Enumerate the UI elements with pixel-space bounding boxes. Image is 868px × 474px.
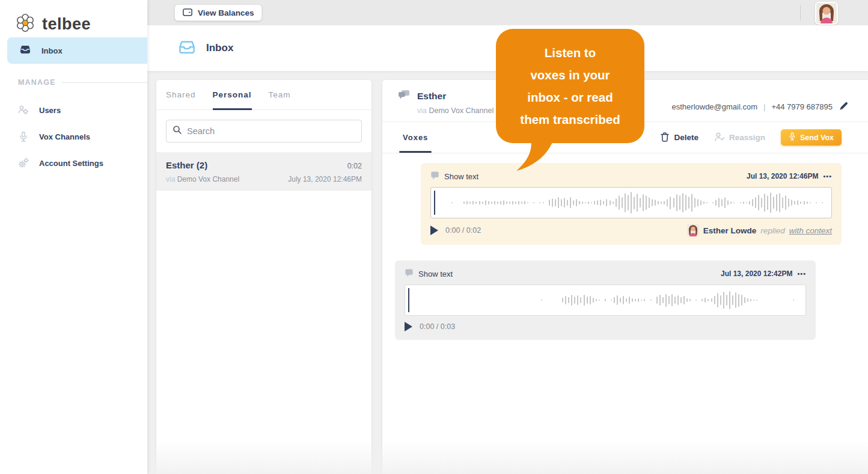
- app-window: View Balances Inbox: [0, 0, 868, 474]
- delete-label: Delete: [674, 133, 698, 142]
- sidebar: telbee Inbox MANAGE: [0, 0, 147, 474]
- conversation-timestamp: July 13, 2020 12:46PM: [288, 175, 362, 183]
- send-vox-label: Send Vox: [800, 134, 834, 142]
- contact-details: estherlowde@gmail.com | +44 7979 687895: [672, 92, 849, 122]
- play-button[interactable]: [430, 226, 438, 235]
- show-text-toggle[interactable]: Show text: [405, 268, 453, 279]
- waveform: [445, 188, 823, 218]
- vox-message-card: Show text Jul 13, 2020 12:46PM ••• 0:00 …: [421, 163, 842, 245]
- sidebar-item-label: Vox Channels: [39, 132, 90, 141]
- tab-shared[interactable]: Shared: [166, 90, 196, 110]
- brand-name: telbee: [42, 15, 91, 34]
- brand-logo[interactable]: telbee: [0, 0, 147, 37]
- conversation-channel: via Demo Vox Channel: [166, 175, 239, 183]
- send-vox-button[interactable]: Send Vox: [781, 129, 842, 146]
- search-box[interactable]: [166, 120, 362, 143]
- conversation-list-item[interactable]: Esther (2) 0:02 via Demo Vox Channel Jul…: [156, 152, 371, 191]
- play-button[interactable]: [405, 322, 412, 331]
- manage-divider: [62, 82, 147, 83]
- gears-icon: [18, 158, 29, 168]
- inbox-tray-icon: [19, 44, 31, 57]
- wallet-icon: [182, 7, 193, 19]
- list-tabs: Shared Personal Team: [156, 80, 371, 110]
- vox-timestamp: Jul 13, 2020 12:46PM: [747, 172, 818, 180]
- tooltip-tail: [516, 140, 558, 174]
- waveform: [420, 285, 797, 315]
- sidebar-item-inbox[interactable]: Inbox: [7, 37, 147, 64]
- edit-pencil-icon[interactable]: [839, 101, 849, 113]
- more-menu-icon[interactable]: •••: [823, 173, 832, 180]
- chat-bubbles-icon: [398, 90, 410, 102]
- sidebar-item-label: Account Settings: [39, 159, 103, 168]
- delete-button[interactable]: Delete: [660, 132, 698, 144]
- tab-team[interactable]: Team: [269, 90, 291, 110]
- tab-voxes[interactable]: Voxes: [403, 122, 428, 153]
- reply-author: Esther Lowde: [703, 226, 757, 235]
- vox-timestamp: Jul 13, 2020 12:42PM: [721, 269, 792, 278]
- reassign-button[interactable]: Reassign: [714, 132, 765, 144]
- search-input[interactable]: [187, 126, 355, 136]
- person-check-icon: [714, 132, 725, 144]
- chat-bubble-icon: [405, 268, 414, 279]
- playback-time: 0:00 / 0:02: [445, 226, 481, 235]
- playhead-cursor[interactable]: [434, 191, 435, 215]
- sidebar-item-users[interactable]: Users: [0, 98, 147, 122]
- tooltip-line: voxes in your: [530, 64, 610, 86]
- sidebar-item-label: Inbox: [41, 46, 63, 55]
- topbar-divider: [800, 5, 801, 20]
- waveform-player[interactable]: [430, 187, 832, 218]
- conversation-name: Esther (2): [166, 160, 207, 170]
- show-text-toggle[interactable]: Show text: [430, 171, 478, 182]
- view-balances-label: View Balances: [198, 8, 254, 17]
- vox-messages: Show text Jul 13, 2020 12:46PM ••• 0:00 …: [382, 153, 868, 340]
- trash-icon: [660, 132, 670, 144]
- reply-action-text: replied: [760, 226, 785, 235]
- conversation-duration: 0:02: [347, 162, 362, 170]
- microphone-icon: [789, 132, 796, 143]
- tooltip-line: inbox - or read: [527, 86, 613, 108]
- reply-avatar: [687, 224, 699, 236]
- top-bar: View Balances: [147, 0, 868, 25]
- chat-bubble-icon: [430, 171, 439, 182]
- vox-message-card: Show text Jul 13, 2020 12:42PM ••• 0:00 …: [395, 260, 816, 340]
- manage-label: MANAGE: [18, 78, 56, 87]
- show-text-label: Show text: [418, 269, 453, 279]
- manage-section-header: MANAGE: [18, 78, 147, 87]
- tab-personal[interactable]: Personal: [213, 90, 252, 110]
- separator: |: [763, 102, 765, 111]
- show-text-label: Show text: [444, 172, 478, 181]
- search-icon: [173, 125, 182, 137]
- reassign-label: Reassign: [729, 133, 765, 142]
- user-avatar[interactable]: [815, 2, 838, 25]
- sidebar-item-account-settings[interactable]: Account Settings: [0, 151, 147, 175]
- conversation-list-panel: Shared Personal Team Esther (2) 0:02 via…: [156, 80, 371, 474]
- tooltip-line: them transcribed: [520, 108, 620, 131]
- microphone-icon: [18, 131, 29, 142]
- thread-channel: via Demo Vox Channel: [417, 106, 494, 115]
- view-balances-button[interactable]: View Balances: [174, 4, 262, 21]
- contact-email: estherlowde@gmail.com: [672, 102, 758, 111]
- onboarding-tooltip: Listen to voxes in your inbox - or read …: [496, 29, 644, 143]
- contact-name: Esther: [417, 91, 446, 102]
- with-context-link[interactable]: with context: [789, 226, 832, 235]
- inbox-tray-icon: [177, 38, 197, 58]
- tooltip-line: Listen to: [545, 42, 596, 64]
- sidebar-item-label: Users: [39, 106, 61, 115]
- contact-phone: +44 7979 687895: [771, 102, 833, 111]
- more-menu-icon[interactable]: •••: [797, 271, 806, 277]
- waveform-player[interactable]: [405, 285, 806, 316]
- sidebar-item-vox-channels[interactable]: Vox Channels: [0, 125, 147, 149]
- playback-time: 0:00 / 0:03: [420, 322, 455, 331]
- flower-logo-icon: [13, 11, 37, 37]
- users-icon: [18, 105, 29, 115]
- page-title: Inbox: [206, 42, 233, 54]
- playhead-cursor[interactable]: [408, 288, 409, 312]
